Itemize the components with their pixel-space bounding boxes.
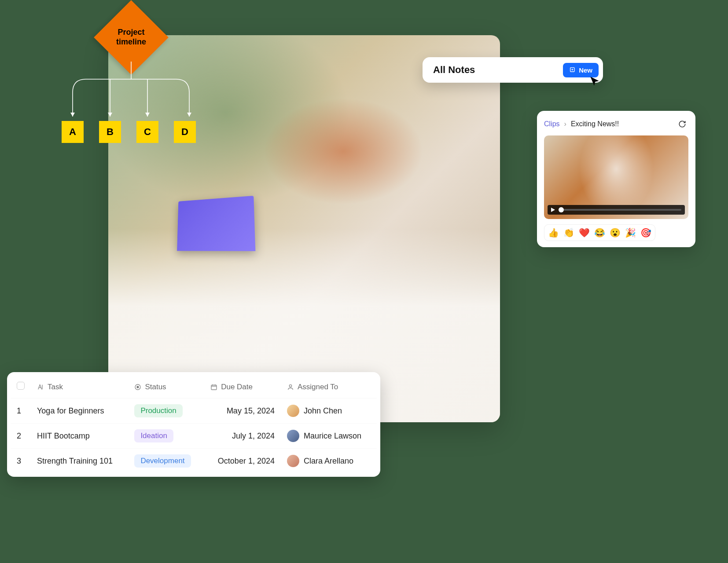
avatar: [287, 430, 299, 442]
video-scrubber[interactable]: [559, 209, 681, 211]
assignee-name: John Chen: [304, 406, 342, 416]
reaction-thumbs-up[interactable]: 👍: [548, 227, 559, 238]
refresh-button[interactable]: [676, 118, 688, 130]
avatar: [287, 455, 299, 467]
breadcrumb-root[interactable]: Clips: [544, 120, 560, 128]
table-row[interactable]: 2HIIT BootcampIdeationJuly 1, 2024Mauric…: [11, 424, 377, 449]
table-row[interactable]: 1Yoga for BeginnersProductionMay 15, 202…: [11, 398, 377, 424]
flow-node-d[interactable]: D: [174, 121, 196, 143]
header-status: Status: [145, 383, 166, 391]
play-icon[interactable]: [551, 208, 555, 212]
due-date: July 1, 2024: [204, 424, 281, 449]
reaction-laugh[interactable]: 😂: [594, 227, 605, 238]
text-icon: [37, 384, 44, 391]
flow-connectors: [62, 62, 202, 123]
notes-title: All Notes: [433, 64, 475, 76]
reaction-clap[interactable]: 👏: [563, 227, 574, 238]
breadcrumb-current: Exciting News!!: [571, 120, 619, 128]
table-row[interactable]: 3Strength Training 101DevelopmentOctober…: [11, 449, 377, 474]
task-name: Strength Training 101: [31, 449, 128, 474]
chevron-right-icon: ›: [564, 120, 566, 128]
new-note-button[interactable]: New: [563, 63, 599, 77]
row-number: 3: [11, 449, 31, 474]
header-assignee: Assigned To: [298, 383, 338, 391]
row-number: 2: [11, 424, 31, 449]
cursor-icon: [589, 76, 600, 87]
video-controls[interactable]: [548, 205, 685, 215]
video-thumbnail[interactable]: [544, 135, 688, 219]
assignee-cell: Maurice Lawson: [287, 430, 371, 442]
reaction-party[interactable]: 🎉: [625, 227, 636, 238]
assignee-name: Maurice Lawson: [304, 431, 361, 441]
svg-point-4: [289, 384, 291, 387]
clips-breadcrumb: Clips › Exciting News!!: [544, 118, 688, 130]
flow-title-1: Project: [118, 28, 144, 37]
select-all-checkbox[interactable]: [17, 382, 25, 390]
refresh-icon: [678, 120, 686, 128]
table-header-row: Task Status Due Date Assigned To: [11, 378, 377, 398]
new-button-label: New: [579, 66, 592, 74]
flow-node-b[interactable]: B: [99, 121, 121, 143]
reaction-add[interactable]: 🎯: [640, 227, 651, 238]
reaction-bar: 👍 👏 ❤️ 😂 😮 🎉 🎯: [544, 224, 655, 241]
flow-diamond-label: Projecttimeline: [105, 11, 158, 64]
task-table: Task Status Due Date Assigned To 1Yoga f…: [7, 372, 380, 477]
person-icon: [287, 384, 294, 391]
task-name: HIIT Bootcamp: [31, 424, 128, 449]
flow-node-c[interactable]: C: [136, 121, 158, 143]
flow-node-a[interactable]: A: [62, 121, 84, 143]
status-icon: [134, 384, 141, 391]
task-name: Yoga for Beginners: [31, 398, 128, 424]
assignee-cell: John Chen: [287, 405, 371, 417]
avatar: [287, 405, 299, 417]
status-pill[interactable]: Development: [134, 454, 191, 468]
status-pill[interactable]: Ideation: [134, 429, 173, 442]
header-due: Due Date: [221, 383, 253, 391]
flow-title-2: timeline: [116, 37, 146, 46]
svg-point-2: [137, 386, 139, 388]
assignee-name: Clara Arellano: [304, 457, 353, 466]
reaction-wow[interactable]: 😮: [610, 227, 621, 238]
new-note-icon: [569, 66, 576, 73]
calendar-icon: [210, 384, 217, 391]
svg-rect-3: [211, 385, 217, 390]
notes-header: All Notes New: [423, 57, 603, 83]
header-task: Task: [48, 383, 63, 391]
clips-card: Clips › Exciting News!! 👍 👏 ❤️ 😂 😮 🎉 🎯: [537, 111, 695, 247]
assignee-cell: Clara Arellano: [287, 455, 371, 467]
due-date: May 15, 2024: [204, 398, 281, 424]
status-pill[interactable]: Production: [134, 404, 182, 417]
due-date: October 1, 2024: [204, 449, 281, 474]
reaction-heart[interactable]: ❤️: [579, 227, 590, 238]
row-number: 1: [11, 398, 31, 424]
